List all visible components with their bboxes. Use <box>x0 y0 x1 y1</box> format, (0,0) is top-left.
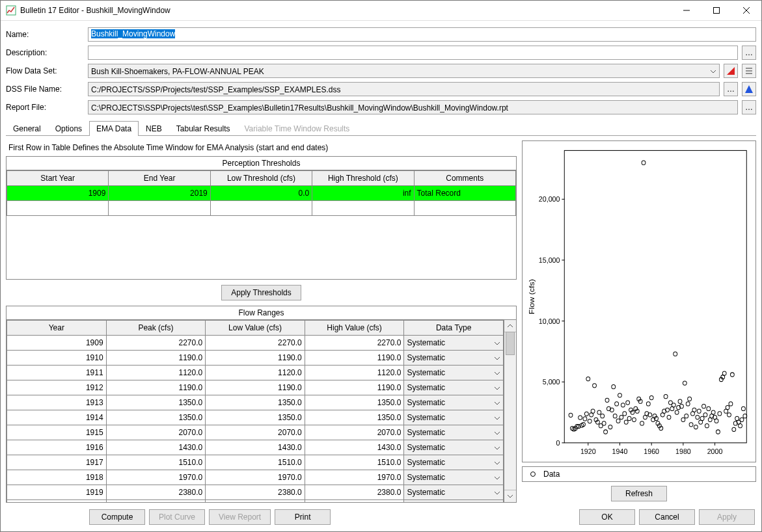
svg-point-110 <box>692 408 696 412</box>
data-type-dropdown[interactable]: Systematic <box>404 440 503 455</box>
flow-data-set-label: Flow Data Set: <box>6 66 84 75</box>
table-row[interactable]: 19161430.01430.01430.0Systematic <box>7 440 504 455</box>
table-row[interactable]: 19192380.02380.02380.0Systematic <box>7 485 504 500</box>
scroll-thumb[interactable] <box>506 332 515 355</box>
data-type-dropdown[interactable]: Systematic <box>404 351 503 365</box>
svg-point-97 <box>672 403 675 407</box>
maximize-button[interactable] <box>701 1 731 20</box>
flow-data-set-dropdown[interactable]: Bush Kill-Shoemakers, PA-FLOW-ANNUAL PEA… <box>88 64 720 78</box>
column-header[interactable]: Comments <box>414 171 515 186</box>
table-row[interactable]: 19181970.01970.01970.0Systematic <box>7 470 504 485</box>
chevron-down-icon <box>494 458 500 467</box>
apply-button[interactable]: Apply <box>699 509 755 525</box>
svg-point-69 <box>627 416 631 420</box>
tab-general[interactable]: General <box>6 121 48 136</box>
table-row[interactable]: 19141350.01350.01350.0Systematic <box>7 410 504 425</box>
svg-point-140 <box>740 418 744 421</box>
svg-marker-9 <box>745 85 753 93</box>
scroll-down-icon[interactable] <box>504 490 516 502</box>
data-type-dropdown[interactable]: Systematic <box>404 470 503 485</box>
data-type-dropdown[interactable]: Systematic <box>404 395 503 410</box>
table-row[interactable] <box>7 201 516 216</box>
svg-point-53 <box>602 421 606 425</box>
table-row[interactable]: 19101190.01190.01190.0Systematic <box>7 351 504 366</box>
data-type-dropdown[interactable]: Systematic <box>404 485 503 499</box>
tab-ema-data[interactable]: EMA Data <box>89 121 139 136</box>
scroll-up-icon[interactable] <box>504 320 516 332</box>
svg-point-98 <box>674 352 677 356</box>
description-label: Description: <box>6 48 84 57</box>
flow-ranges-table[interactable]: YearPeak (cfs)Low Value (cfs)High Value … <box>7 320 504 502</box>
data-type-dropdown[interactable]: Systematic <box>404 336 503 350</box>
apply-thresholds-button[interactable]: Apply Thresholds <box>221 285 301 300</box>
column-header[interactable]: Low Value (cfs) <box>206 321 305 336</box>
column-header[interactable]: Start Year <box>7 171 109 186</box>
name-field[interactable]: Bushkill_MovingWindow <box>88 27 756 42</box>
bottom-button-bar: Compute Plot Curve View Report Print OK … <box>1 505 761 531</box>
report-file-field[interactable]: C:\PROJECTS\SSP\Projects\test\SSP_Exampl… <box>88 100 738 114</box>
cancel-button[interactable]: Cancel <box>639 509 695 525</box>
svg-point-143 <box>531 472 536 477</box>
flow-ranges-box: Flow Ranges YearPeak (cfs)Low Value (cfs… <box>6 306 517 503</box>
column-header[interactable]: End Year <box>109 171 210 186</box>
data-type-dropdown[interactable]: Systematic <box>404 410 503 425</box>
view-report-button[interactable]: View Report <box>209 509 271 525</box>
column-header[interactable]: Data Type <box>404 321 504 336</box>
flow-table-scrollbar[interactable] <box>504 320 516 502</box>
data-type-dropdown[interactable]: Systematic <box>404 455 503 470</box>
table-row[interactable]: 19111120.01120.01120.0Systematic <box>7 366 504 380</box>
svg-point-32 <box>569 413 573 417</box>
svg-point-134 <box>730 373 734 377</box>
column-header[interactable]: High Value (cfs) <box>305 321 404 336</box>
close-button[interactable] <box>731 1 761 20</box>
perception-thresholds-box: Perception Thresholds Start YearEnd Year… <box>6 156 517 280</box>
svg-point-41 <box>583 417 587 421</box>
print-button[interactable]: Print <box>275 509 331 525</box>
svg-point-135 <box>732 427 736 431</box>
svg-point-54 <box>604 430 608 434</box>
dss-browse-button[interactable]: … <box>724 82 738 96</box>
minimize-button[interactable] <box>672 1 701 20</box>
table-row[interactable]: 19121190.01190.01190.0Systematic <box>7 380 504 395</box>
table-row[interactable]: 19171510.01510.01510.0Systematic <box>7 455 504 470</box>
perception-thresholds-table[interactable]: Start YearEnd YearLow Threshold (cfs)Hig… <box>7 170 516 216</box>
ok-button[interactable]: OK <box>579 509 635 525</box>
table-row[interactable]: 19205250.05250.05250.0Systematic <box>7 500 504 503</box>
data-type-dropdown[interactable]: Systematic <box>404 425 503 440</box>
svg-point-116 <box>702 405 706 408</box>
column-header[interactable]: High Threshold (cfs) <box>312 171 414 186</box>
plot-curve-button[interactable]: Plot Curve <box>149 509 205 525</box>
column-header[interactable]: Year <box>7 321 107 336</box>
legend-label: Data <box>543 470 560 479</box>
refresh-button[interactable]: Refresh <box>611 486 667 501</box>
compute-button[interactable]: Compute <box>89 509 145 525</box>
description-browse-button[interactable]: … <box>742 46 756 60</box>
description-field[interactable] <box>88 46 738 60</box>
table-row[interactable]: 19152070.02070.02070.0Systematic <box>7 425 504 440</box>
tab-options[interactable]: Options <box>48 121 89 136</box>
scatter-plot: 05,00010,00015,00020,0001920194019601980… <box>525 144 753 462</box>
tab-tabular-results[interactable]: Tabular Results <box>169 121 238 136</box>
table-row[interactable]: 19131350.01350.01350.0Systematic <box>7 395 504 410</box>
dss-blue-button[interactable] <box>742 82 756 96</box>
data-type-dropdown[interactable]: Systematic <box>404 500 503 502</box>
svg-point-112 <box>696 415 700 419</box>
report-browse-button[interactable]: … <box>742 100 756 114</box>
tab-neb[interactable]: NEB <box>139 121 169 136</box>
table-row[interactable]: 1909 2019 0.0 inf Total Record <box>7 186 516 201</box>
legend-marker-icon <box>528 470 538 478</box>
close-icon <box>743 7 750 14</box>
svg-point-67 <box>624 420 628 424</box>
chevron-down-icon <box>494 413 500 422</box>
data-type-dropdown[interactable]: Systematic <box>404 380 503 395</box>
dss-file-field[interactable]: C:/PROJECTS/SSP/Projects/test/SSP_Exampl… <box>88 82 720 96</box>
svg-point-42 <box>584 412 588 416</box>
ellipsis-icon: … <box>745 48 753 57</box>
column-header[interactable]: Peak (cfs) <box>106 321 206 336</box>
flow-list-button[interactable] <box>742 64 756 78</box>
table-row[interactable]: 19092270.02270.02270.0Systematic <box>7 336 504 351</box>
svg-point-68 <box>626 401 630 405</box>
flow-red-button[interactable] <box>724 64 738 78</box>
data-type-dropdown[interactable]: Systematic <box>404 366 503 380</box>
column-header[interactable]: Low Threshold (cfs) <box>210 171 312 186</box>
